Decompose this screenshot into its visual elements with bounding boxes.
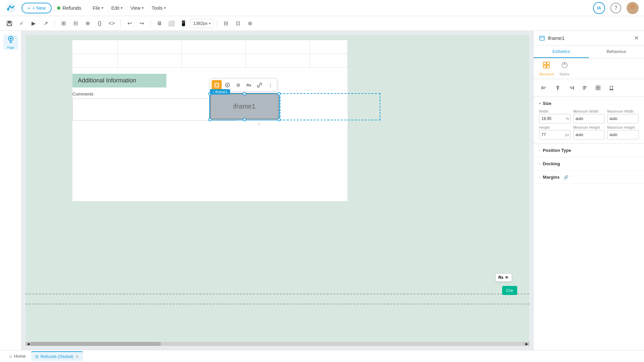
svg-point-0: [6, 3, 15, 13]
divider-1: [54, 19, 55, 27]
chevron-left-icon: ‹: [213, 90, 214, 94]
refunds-tab[interactable]: ⊟ Refunds (Global) ✕: [31, 351, 83, 361]
margins-label: Margins: [543, 175, 559, 180]
layers-button[interactable]: ⊟: [70, 18, 81, 29]
align-right-button[interactable]: [566, 82, 577, 93]
align-grid-button[interactable]: [593, 82, 603, 93]
position-type-row[interactable]: › Position Type: [534, 144, 644, 157]
iframe-chip[interactable]: ‹ iframe1: [210, 89, 230, 95]
status-bar: ⌂ Home ⊟ Refunds (Global) ✕: [0, 350, 644, 362]
components-button[interactable]: ⊞: [58, 18, 69, 29]
resize-handle: ↘: [257, 122, 260, 126]
tab-close-button[interactable]: ✕: [75, 354, 79, 359]
sub-tab-styles[interactable]: Styles: [559, 61, 570, 76]
align-row: [534, 79, 644, 97]
float-rx-button[interactable]: Rx: [244, 80, 254, 90]
top-nav: + + New Refunds File ▾ Edit ▾ View ▾ Too…: [0, 0, 644, 16]
max-height-label: Maximum Height: [607, 125, 639, 129]
svg-rect-18: [547, 62, 549, 65]
align-left-button[interactable]: [539, 82, 550, 93]
table-cell-4: [246, 40, 310, 54]
sub-tab-structure[interactable]: Structure: [539, 61, 554, 76]
window-button[interactable]: ⊡: [233, 18, 244, 29]
h-scrollbar-thumb[interactable]: [27, 342, 161, 346]
align-text-button[interactable]: [579, 82, 590, 93]
cre-button[interactable]: Cre: [502, 286, 517, 295]
undo-button[interactable]: ↩: [124, 18, 135, 29]
chevron-down-icon: ▾: [209, 22, 211, 25]
help-button[interactable]: ?: [610, 3, 621, 13]
panel-component-name: iframe1: [548, 35, 565, 41]
margins-row[interactable]: › Margins 🔗: [534, 171, 644, 184]
tab-icon: ⊟: [35, 354, 39, 359]
table-cell-5: [310, 40, 347, 54]
desktop-button[interactable]: 🖥: [154, 18, 165, 29]
chevron-right-icon: ›: [539, 148, 540, 152]
table-row-2: [72, 54, 347, 68]
min-height-input[interactable]: [573, 130, 605, 139]
panel-close-button[interactable]: ✕: [634, 35, 639, 41]
chevron-down-icon: ▾: [102, 6, 103, 10]
canvas-inner: Additional Information Comments ↘: [25, 35, 529, 346]
file-menu[interactable]: File ▾: [89, 3, 107, 13]
svg-rect-38: [598, 88, 600, 90]
code-button[interactable]: <>: [106, 18, 117, 29]
check-button[interactable]: ✓: [16, 18, 27, 29]
max-height-input[interactable]: [607, 130, 639, 139]
svg-point-1: [7, 8, 9, 10]
max-width-input[interactable]: [607, 114, 639, 123]
view-menu[interactable]: View ▾: [127, 3, 147, 13]
min-width-input-wrap: [573, 114, 605, 123]
align-bottom-button[interactable]: [606, 82, 617, 93]
docking-row[interactable]: › Docking: [534, 157, 644, 171]
mobile-button[interactable]: 📱: [178, 18, 189, 29]
h-scrollbar[interactable]: [25, 342, 529, 346]
float-gear-button[interactable]: ⚙: [233, 80, 243, 90]
redo-button[interactable]: ↪: [136, 18, 147, 29]
scroll-left-btn[interactable]: ◀: [25, 342, 31, 346]
min-width-input[interactable]: [573, 114, 605, 123]
tab-behaviour[interactable]: Behaviour: [589, 46, 644, 58]
dashed-row-1: [25, 294, 529, 302]
svg-point-14: [227, 84, 228, 86]
position-type-label: Position Type: [543, 148, 571, 153]
settings-button[interactable]: ⊛: [245, 18, 256, 29]
user-avatar[interactable]: [627, 2, 639, 14]
save-button[interactable]: [4, 18, 15, 29]
width-unit: %: [566, 117, 569, 121]
sidebar-item-page[interactable]: Page: [3, 35, 18, 50]
iframe-element[interactable]: iframe1: [210, 94, 279, 119]
tab-esthetics[interactable]: Esthetics: [534, 46, 589, 58]
scroll-right-btn[interactable]: ▶: [524, 342, 529, 346]
chevron-down-icon: ▾: [539, 102, 541, 105]
export-button[interactable]: ↗: [40, 18, 51, 29]
page-icon: [7, 35, 15, 45]
edit-menu[interactable]: Edit ▾: [108, 3, 126, 13]
float-select-button[interactable]: [212, 80, 222, 90]
divider-3: [150, 19, 151, 27]
tools-menu[interactable]: Tools ▾: [148, 3, 169, 13]
tablet-h-button[interactable]: ⬜: [166, 18, 177, 29]
play-button[interactable]: ▶: [28, 18, 39, 29]
canvas-area: Additional Information Comments ↘: [21, 31, 533, 350]
rx-eye-icon: 👁: [505, 275, 509, 280]
margins-link-icon: 🔗: [564, 175, 569, 180]
float-style-button[interactable]: [222, 80, 232, 90]
main-layout: Page: [0, 31, 644, 350]
svg-rect-12: [215, 84, 218, 86]
chevron-right-icon: ›: [539, 175, 540, 179]
panel-title-display: iframe1: [539, 35, 565, 41]
float-link-button[interactable]: [255, 80, 265, 90]
ia-button[interactable]: IA: [593, 2, 605, 14]
page-name-display: Refunds: [57, 5, 81, 11]
float-more-button[interactable]: ⋮: [265, 80, 275, 90]
max-height-input-wrap: [607, 130, 639, 139]
size-section-header[interactable]: ▾ Size: [539, 101, 639, 106]
layout-button[interactable]: ⊟: [221, 18, 231, 29]
new-button[interactable]: + + New: [21, 3, 52, 13]
home-tab[interactable]: ⌂ Home: [5, 352, 30, 361]
toolbar: ✓ ▶ ↗ ⊞ ⊟ ⊕ {} <> ↩ ↪ 🖥 ⬜ 📱 1382px ▾ ⊟ ⊡…: [0, 16, 644, 31]
structure-button[interactable]: {}: [94, 18, 105, 29]
data-button[interactable]: ⊕: [82, 18, 93, 29]
align-center-h-button[interactable]: [552, 82, 563, 93]
